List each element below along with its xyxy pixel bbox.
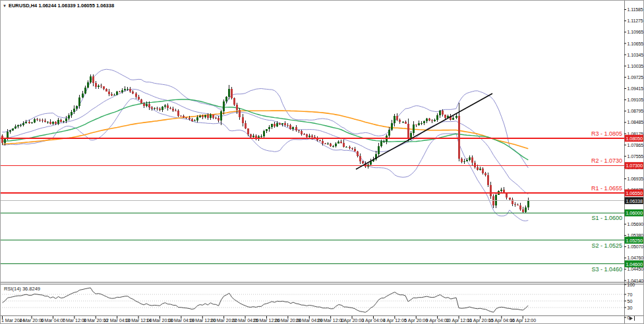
candle-body-bull <box>65 119 67 121</box>
chart-canvas[interactable]: R3 - 1.0805R2 - 1.0730R1 - 1.0655S1 - 1.… <box>0 0 644 324</box>
candle-body-bear <box>172 109 174 111</box>
candle-body-bear <box>215 118 217 119</box>
candle-body-bear <box>503 190 505 192</box>
candle-body-bull <box>31 122 33 123</box>
candle <box>469 155 471 161</box>
rsi-pane[interactable] <box>0 288 624 312</box>
candle <box>95 81 97 89</box>
time-axis[interactable]: 1 Mar 20244 Mar 20:006 Mar 04:007 Mar 12… <box>1 316 635 323</box>
candle-body-bear <box>212 115 214 117</box>
chart-dropdown-icon[interactable]: ▼ <box>3 4 7 8</box>
candle <box>500 188 502 192</box>
candle <box>308 134 310 138</box>
candle <box>295 125 297 131</box>
candle-body-bear <box>295 127 297 130</box>
price-tag-s1: 1.06000 <box>625 209 644 217</box>
candle-body-bear <box>289 125 291 129</box>
candle <box>436 113 438 122</box>
candle-body-bull <box>469 157 471 160</box>
candle <box>391 120 393 131</box>
candle <box>388 127 390 138</box>
candle-body-bear <box>477 167 479 170</box>
candle-body-bull <box>87 82 89 88</box>
candle <box>52 121 54 125</box>
candle-body-bull <box>263 131 265 136</box>
candle <box>1 134 3 144</box>
candle <box>337 140 339 144</box>
candle-body-bull <box>127 89 129 90</box>
candle-body-bear <box>183 116 185 117</box>
candle <box>506 192 508 200</box>
candle <box>31 122 33 124</box>
candle-body-bull <box>15 126 16 128</box>
candle <box>260 134 262 138</box>
candle <box>415 124 417 127</box>
resistance-label-r3: R3 - 1.0805 <box>591 130 622 137</box>
candle-body-bear <box>306 134 308 136</box>
candle <box>111 92 113 96</box>
candle-body-bear <box>247 128 249 134</box>
candle-body-bear <box>458 116 460 159</box>
candle-body-bull <box>378 146 380 154</box>
candle <box>239 108 241 120</box>
candle <box>525 205 527 213</box>
price-axis-tick: 1.10655 <box>628 41 644 46</box>
price-tag-r1: 1.06550 <box>625 190 644 197</box>
price-axis[interactable]: 1.115851.112751.109651.106551.103451.100… <box>624 0 643 324</box>
candle <box>177 109 179 117</box>
candle <box>474 161 476 169</box>
candle-body-bull <box>113 95 115 95</box>
candle <box>9 130 11 133</box>
candle <box>306 134 308 138</box>
price-axis-tick: 1.11585 <box>628 7 643 12</box>
candle <box>98 84 100 89</box>
candle-body-bull <box>332 146 334 147</box>
candle-body-bull <box>146 104 148 106</box>
candle-body-bear <box>354 149 356 151</box>
price-tag-s1-text: 1.06000 <box>626 210 643 216</box>
candle-body-bear <box>324 144 326 144</box>
candle <box>292 126 294 131</box>
candle <box>28 120 30 124</box>
price-tag-r3: 1.08050 <box>625 135 644 142</box>
candle-body-bull <box>527 201 529 208</box>
candle <box>418 121 420 126</box>
candle <box>471 155 473 166</box>
candle <box>527 198 529 210</box>
candle <box>71 110 73 118</box>
current-price-tag-text: 1.06338 <box>626 198 643 204</box>
candle-body-bull <box>84 88 86 93</box>
candle <box>34 118 36 123</box>
candle <box>490 182 492 198</box>
candle <box>351 148 353 151</box>
candle <box>421 121 423 126</box>
candle <box>185 117 187 119</box>
price-axis-tick: 1.10345 <box>628 53 644 57</box>
candle-body-bull <box>388 130 390 136</box>
time-axis-label: 5 Apr 20:00 <box>404 318 428 323</box>
candle <box>156 107 158 111</box>
candle-body-bull <box>71 112 73 115</box>
candle <box>15 124 16 129</box>
time-axis-label: 1 Apr 20:00 <box>340 318 364 323</box>
candle <box>164 104 166 109</box>
resistance-label-r2: R2 - 1.0730 <box>591 157 622 164</box>
candle-body-bear <box>319 140 321 141</box>
candle-body-bull <box>345 147 347 148</box>
chart-shift-marker-icon[interactable] <box>629 317 633 321</box>
candle-body-bear <box>233 98 235 105</box>
candle <box>442 109 444 117</box>
candle-body-bear <box>316 139 318 141</box>
price-tag-r1-text: 1.06550 <box>626 190 643 196</box>
support-label-s3: S3 - 1.0460 <box>591 266 622 273</box>
candle-body-bull <box>260 136 262 137</box>
candle-body-bear <box>301 131 303 134</box>
candle-body-bear <box>60 120 62 122</box>
candle-body-bull <box>452 118 454 120</box>
candle <box>287 123 289 127</box>
candle <box>482 167 484 175</box>
candle-body-bear <box>357 151 359 157</box>
candle-body-bear <box>284 123 286 125</box>
main-price-pane[interactable] <box>0 69 624 221</box>
candle-body-bear <box>44 121 46 122</box>
